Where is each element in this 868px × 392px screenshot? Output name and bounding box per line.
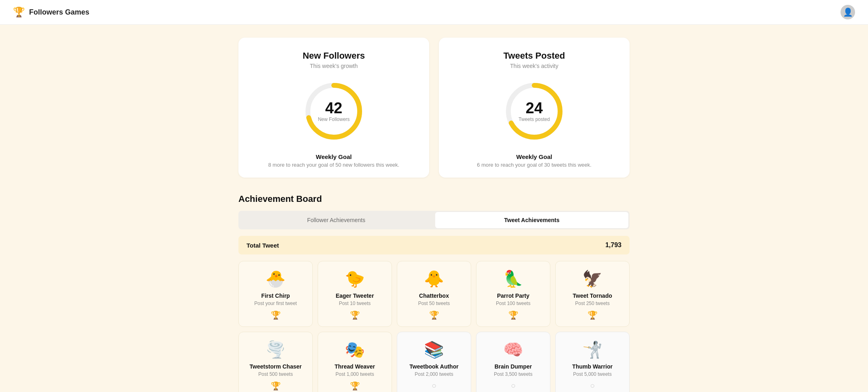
tweets-posted-label: Tweets posted — [518, 117, 550, 122]
new-followers-goal-desc: 8 more to reach your goal of 50 new foll… — [248, 162, 419, 168]
new-followers-number: 42 — [318, 100, 350, 116]
total-tweet-value: 1,793 — [605, 242, 622, 249]
tweets-posted-goal-desc: 6 more to reach your goal of 30 tweets t… — [449, 162, 620, 168]
achievement-brain-dumper: 🧠 Brain Dumper Post 3,500 tweets ○ — [476, 332, 550, 392]
achievement-board-title: Achievement Board — [238, 194, 630, 204]
thread-weaver-badge: 🏆 — [350, 381, 360, 390]
tweetstorm-chaser-name: Tweetstorm Chaser — [244, 363, 308, 370]
achievement-tweet-tornado: 🦅 Tweet Tornado Post 250 tweets 🏆 — [555, 261, 630, 327]
tweet-tornado-name: Tweet Tornado — [560, 292, 624, 299]
achievement-thumb-warrior: 🤺 Thumb Warrior Post 5,000 tweets ○ — [555, 332, 630, 392]
user-avatar[interactable]: 👤 — [841, 5, 855, 19]
eager-tweeter-desc: Post 10 tweets — [323, 301, 387, 306]
thread-weaver-desc: Post 1,000 tweets — [323, 371, 387, 377]
tweetstorm-chaser-badge: 🏆 — [271, 381, 281, 390]
tweet-tornado-icon: 🦅 — [560, 269, 624, 288]
tweet-tornado-badge: 🏆 — [588, 311, 598, 320]
stats-row: New Followers This week's growth 42 New … — [238, 38, 630, 178]
chatterbox-icon: 🐥 — [402, 269, 466, 288]
tab-tweet-achievements[interactable]: Tweet Achievements — [435, 212, 628, 228]
brain-dumper-badge: ○ — [511, 381, 516, 390]
tweetbook-author-badge: ○ — [432, 381, 436, 390]
thumb-warrior-badge: ○ — [590, 381, 595, 390]
achievement-tweetbook-author: 📚 Tweetbook Author Post 2,000 tweets ○ — [397, 332, 471, 392]
achievement-section: Achievement Board Follower Achievements … — [238, 194, 630, 392]
achievement-tabs: Follower Achievements Tweet Achievements — [238, 211, 630, 229]
chatterbox-name: Chatterbox — [402, 292, 466, 299]
brain-dumper-name: Brain Dumper — [481, 363, 545, 370]
tweets-posted-title: Tweets Posted — [449, 51, 620, 61]
achievements-row-1: 🐣 First Chirp Post your first tweet 🏆 🐤 … — [238, 261, 630, 327]
tweets-posted-card: Tweets Posted This week's activity 24 Tw… — [439, 38, 630, 178]
tweetbook-author-name: Tweetbook Author — [402, 363, 466, 370]
achievement-first-chirp: 🐣 First Chirp Post your first tweet 🏆 — [238, 261, 313, 327]
parrot-party-desc: Post 100 tweets — [481, 301, 545, 306]
new-followers-card: New Followers This week's growth 42 New … — [238, 38, 429, 178]
app-header: 🏆 Followers Games 👤 — [0, 0, 868, 25]
tab-follower-achievements[interactable]: Follower Achievements — [238, 211, 434, 229]
first-chirp-name: First Chirp — [244, 292, 308, 299]
first-chirp-icon: 🐣 — [244, 269, 308, 288]
achievement-thread-weaver: 🎭 Thread Weaver Post 1,000 tweets 🏆 — [318, 332, 392, 392]
eager-tweeter-badge: 🏆 — [350, 311, 360, 320]
parrot-party-name: Parrot Party — [481, 292, 545, 299]
new-followers-label: New Followers — [318, 117, 350, 122]
tweetbook-author-desc: Post 2,000 tweets — [402, 371, 466, 377]
chatterbox-desc: Post 50 tweets — [402, 301, 466, 306]
tweets-posted-goal-title: Weekly Goal — [449, 153, 620, 160]
total-tweet-row: Total Tweet 1,793 — [238, 236, 630, 254]
tweets-posted-center: 24 Tweets posted — [518, 100, 550, 122]
brain-dumper-icon: 🧠 — [481, 340, 545, 359]
tweetstorm-chaser-icon: 🌪️ — [244, 340, 308, 359]
parrot-party-icon: 🦜 — [481, 269, 545, 288]
brain-dumper-desc: Post 3,500 tweets — [481, 371, 545, 377]
parrot-party-badge: 🏆 — [508, 311, 518, 320]
tweets-posted-subtitle: This week's activity — [449, 63, 620, 69]
eager-tweeter-icon: 🐤 — [323, 269, 387, 288]
thumb-warrior-name: Thumb Warrior — [560, 363, 624, 370]
new-followers-subtitle: This week's growth — [248, 63, 419, 69]
eager-tweeter-name: Eager Tweeter — [323, 292, 387, 299]
header-logo-icon: 🏆 — [13, 6, 25, 18]
tweetbook-author-icon: 📚 — [402, 340, 466, 359]
new-followers-goal-title: Weekly Goal — [248, 153, 419, 160]
header-left: 🏆 Followers Games — [13, 6, 89, 18]
new-followers-title: New Followers — [248, 51, 419, 61]
first-chirp-desc: Post your first tweet — [244, 301, 308, 306]
achievements-row-2: 🌪️ Tweetstorm Chaser Post 500 tweets 🏆 🎭… — [238, 332, 630, 392]
thumb-warrior-desc: Post 5,000 tweets — [560, 371, 624, 377]
tweets-posted-donut: 24 Tweets posted — [502, 79, 567, 144]
first-chirp-badge: 🏆 — [271, 311, 281, 320]
achievement-parrot-party: 🦜 Parrot Party Post 100 tweets 🏆 — [476, 261, 550, 327]
main-content: New Followers This week's growth 42 New … — [232, 25, 636, 392]
thread-weaver-name: Thread Weaver — [323, 363, 387, 370]
thread-weaver-icon: 🎭 — [323, 340, 387, 359]
total-tweet-label: Total Tweet — [246, 242, 279, 249]
tweetstorm-chaser-desc: Post 500 tweets — [244, 371, 308, 377]
achievement-tweetstorm-chaser: 🌪️ Tweetstorm Chaser Post 500 tweets 🏆 — [238, 332, 313, 392]
tweet-tornado-desc: Post 250 tweets — [560, 301, 624, 306]
achievement-eager-tweeter: 🐤 Eager Tweeter Post 10 tweets 🏆 — [318, 261, 392, 327]
chatterbox-badge: 🏆 — [429, 311, 439, 320]
achievement-chatterbox: 🐥 Chatterbox Post 50 tweets 🏆 — [397, 261, 471, 327]
new-followers-donut: 42 New Followers — [301, 79, 366, 144]
thumb-warrior-icon: 🤺 — [560, 340, 624, 359]
tweets-posted-number: 24 — [518, 100, 550, 116]
new-followers-center: 42 New Followers — [318, 100, 350, 122]
app-title: Followers Games — [29, 8, 89, 17]
